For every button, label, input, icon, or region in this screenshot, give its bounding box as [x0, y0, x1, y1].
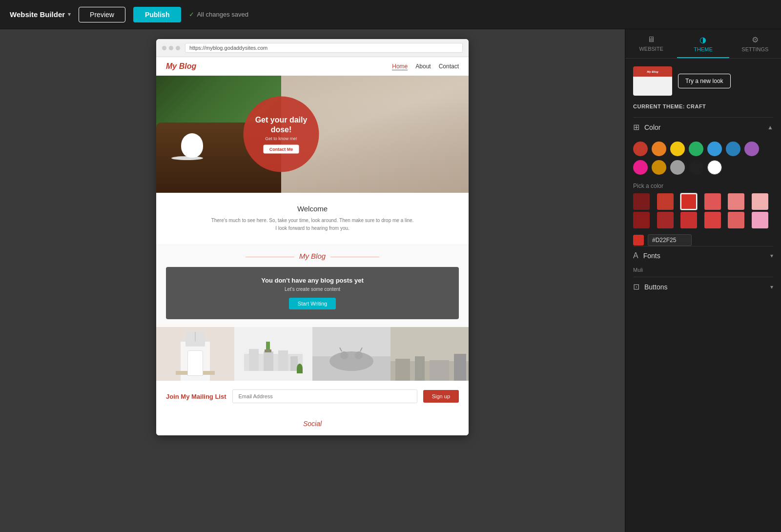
swatch-purple[interactable] — [744, 142, 759, 156]
hero-section: Get your daily dose! Get to know me! Con… — [156, 76, 469, 193]
panel-tabs: 🖥 WEBSITE ◑ THEME ⚙ SETTINGS — [625, 29, 781, 59]
dot-yellow — [169, 46, 173, 50]
tab-theme[interactable]: ◑ THEME — [677, 29, 729, 58]
cp-swatch-1[interactable] — [633, 193, 650, 210]
theme-thumb-text: My Blog — [633, 70, 672, 73]
tab-website[interactable]: 🖥 WEBSITE — [625, 29, 677, 58]
swatch-orange[interactable] — [652, 142, 666, 156]
svg-rect-25 — [454, 354, 466, 381]
preview-button[interactable]: Preview — [79, 7, 125, 22]
cp-swatch-4[interactable] — [704, 193, 721, 210]
blog-empty-title: You don't have any blog posts yet — [176, 277, 449, 284]
swatch-blue[interactable] — [707, 142, 722, 156]
main-layout: https://myblog.godaddysites.com My Blog … — [0, 29, 781, 532]
site-nav-links[interactable]: Home About Contact — [392, 63, 459, 70]
nav-about[interactable]: About — [415, 63, 431, 70]
check-icon: ✓ — [189, 11, 194, 18]
theme-icon: ◑ — [699, 35, 706, 44]
blog-empty-state: You don't have any blog posts yet Let's … — [166, 267, 459, 319]
browser-url: https://myblog.godaddysites.com — [185, 43, 463, 53]
swatch-red[interactable] — [633, 142, 648, 156]
cp-swatch-7[interactable] — [633, 212, 650, 228]
swatch-green[interactable] — [689, 142, 703, 156]
publish-button[interactable]: Publish — [133, 7, 182, 22]
fonts-sub-label: Muli — [633, 267, 773, 273]
app-title-text: Website Builder — [10, 10, 65, 19]
color-section-left: ⊞ Color — [633, 123, 660, 132]
canvas-area[interactable]: https://myblog.godaddysites.com My Blog … — [0, 29, 625, 532]
cp-swatch-6[interactable] — [752, 193, 768, 210]
svg-rect-12 — [265, 349, 271, 352]
browser-chrome: https://myblog.godaddysites.com — [156, 39, 469, 57]
buttons-chevron-icon: ▾ — [770, 284, 773, 290]
app-title[interactable]: Website Builder ▾ — [10, 10, 71, 19]
cp-swatch-3[interactable] — [680, 193, 697, 210]
welcome-title: Welcome — [166, 205, 459, 213]
theme-thumbnail: My Blog — [633, 66, 672, 96]
buttons-section-header[interactable]: ⊡ Buttons ▾ — [633, 277, 773, 296]
swatch-gray[interactable] — [670, 160, 685, 175]
saved-status-text: All changes saved — [197, 11, 248, 18]
nav-contact[interactable]: Contact — [439, 63, 459, 70]
cp-swatch-9[interactable] — [680, 212, 697, 228]
cp-swatch-11[interactable] — [728, 212, 744, 228]
photo-cell-1 — [156, 327, 234, 381]
nav-home[interactable]: Home — [392, 63, 408, 70]
photo-cell-3 — [312, 327, 390, 381]
hero-cup — [181, 133, 203, 158]
welcome-section: Welcome There's much to see here. So, ta… — [156, 193, 469, 244]
buttons-icon: ⊡ — [633, 282, 639, 291]
cp-swatch-12[interactable] — [752, 212, 768, 228]
settings-icon: ⚙ — [752, 35, 759, 44]
swatch-dark-blue[interactable] — [726, 142, 740, 156]
fonts-section-label: Fonts — [643, 252, 660, 260]
hex-row — [633, 234, 773, 246]
tab-website-label: WEBSITE — [639, 46, 663, 52]
start-writing-button[interactable]: Start Writing — [289, 298, 336, 309]
fonts-icon: A — [633, 251, 638, 260]
saved-status: ✓ All changes saved — [189, 11, 248, 18]
hero-cta-button[interactable]: Contact Me — [264, 144, 299, 153]
email-input[interactable] — [232, 389, 417, 403]
swatch-pink[interactable] — [633, 160, 648, 175]
mailing-title: Join My Mailing List — [166, 393, 226, 400]
color-section-header[interactable]: ⊞ Color ▲ — [633, 117, 773, 137]
dot-green — [176, 46, 180, 50]
swatch-tan[interactable] — [652, 160, 666, 175]
try-new-look-button[interactable]: Try a new look — [678, 74, 731, 88]
color-picker-grid — [633, 193, 773, 228]
theme-name: CRAFT — [687, 103, 706, 109]
svg-rect-3 — [176, 371, 215, 375]
site-nav: My Blog Home About Contact — [156, 57, 469, 76]
svg-rect-24 — [430, 360, 449, 381]
social-title: Social — [166, 420, 459, 428]
svg-point-16 — [340, 351, 348, 359]
hex-input[interactable] — [648, 234, 692, 246]
current-theme-label: CURRENT THEME: CRAFT — [633, 103, 773, 109]
photo-cell-2 — [234, 327, 312, 381]
cp-swatch-2[interactable] — [657, 193, 674, 210]
svg-point-17 — [355, 351, 363, 359]
tab-settings[interactable]: ⚙ SETTINGS — [729, 29, 781, 58]
color-grid-icon: ⊞ — [633, 123, 639, 132]
svg-rect-22 — [395, 359, 410, 381]
swatch-white[interactable] — [707, 160, 722, 175]
hex-color-preview — [633, 235, 644, 246]
swatch-yellow[interactable] — [670, 142, 685, 156]
hero-circle: Get your daily dose! Get to know me! Con… — [244, 97, 319, 172]
photo-grid — [156, 327, 469, 381]
color-swatches-row1 — [633, 142, 773, 175]
right-panel: 🖥 WEBSITE ◑ THEME ⚙ SETTINGS My Blog Try… — [625, 29, 781, 532]
fonts-section-header[interactable]: A Fonts ▾ — [633, 246, 773, 265]
fonts-chevron-icon: ▾ — [770, 252, 773, 259]
cp-swatch-8[interactable] — [657, 212, 674, 228]
cp-swatch-5[interactable] — [728, 193, 744, 210]
site-footer: Social — [156, 412, 469, 435]
signup-button[interactable]: Sign up — [423, 390, 459, 403]
cp-swatch-10[interactable] — [704, 212, 721, 228]
theme-label-text: CURRENT THEME: — [633, 103, 685, 109]
swatch-black[interactable] — [689, 160, 703, 175]
welcome-text2: I look forward to hearing from you. — [166, 225, 459, 232]
theme-preview-row: My Blog Try a new look — [633, 66, 773, 96]
blog-section: My Blog You don't have any blog posts ye… — [156, 244, 469, 327]
